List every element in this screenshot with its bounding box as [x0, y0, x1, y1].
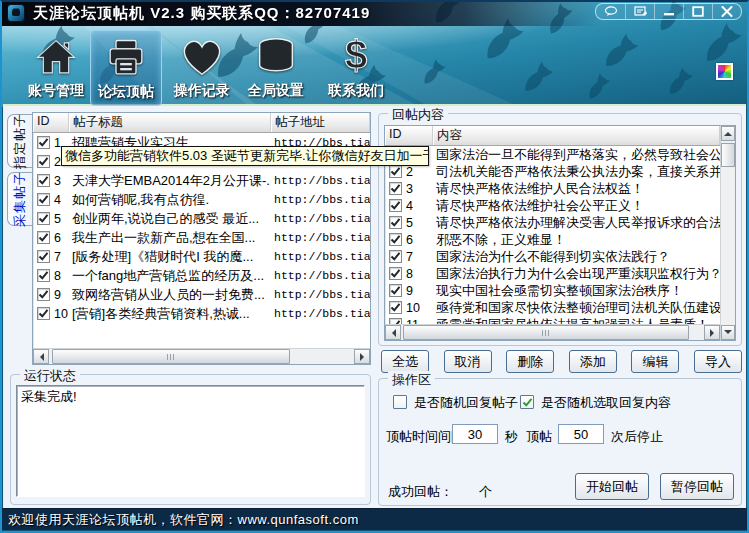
limit-label: 顶帖 [526, 428, 552, 446]
column-header-id[interactable]: ID [33, 113, 69, 132]
row-checkbox[interactable] [37, 155, 50, 168]
reply-vscrollbar [720, 125, 736, 341]
toolbar-button-2[interactable]: 论坛顶帖 [90, 30, 162, 106]
select-all-button[interactable]: 全选 [381, 350, 429, 373]
skin-icon[interactable] [625, 4, 654, 19]
run-status-log[interactable]: 采集完成! [16, 385, 365, 497]
row-checkbox[interactable] [389, 284, 402, 297]
scroll-thumb[interactable] [403, 325, 689, 340]
limit-input[interactable] [558, 424, 604, 444]
column-header-url[interactable]: 帖子地址 [271, 113, 370, 132]
post-row[interactable]: 10[营销]各类经典营销资料,热诚...http://bbs.tiany [33, 304, 370, 323]
close-icon[interactable] [712, 4, 741, 19]
row-checkbox[interactable] [37, 174, 50, 187]
posts-hscrollbar [33, 348, 370, 364]
post-row[interactable]: 7[版务处理]《猎财时代I 我的魔...http://bbs.tiany [33, 247, 370, 266]
reply-row[interactable]: 4请尽快严格依法维护社会公平正义！ [385, 197, 720, 214]
row-id: 11 [406, 318, 419, 325]
column-header-title[interactable]: 帖子标题 [69, 113, 271, 132]
row-checkbox[interactable] [389, 182, 402, 195]
row-checkbox[interactable] [37, 231, 50, 244]
row-id: 4 [406, 199, 413, 213]
reply-row[interactable]: 2司法机关能否严格依法秉公执法办案，直接关系并... [385, 163, 720, 180]
toolbar-button-3[interactable]: 操作记录 [166, 30, 238, 106]
pause-reply-button[interactable]: 暂停回帖 [660, 473, 734, 500]
posts-table-header: ID 帖子标题 帖子地址 [33, 113, 370, 133]
add-button[interactable]: 添加 [569, 350, 617, 373]
reply-content: 司法机关能否严格依法秉公执法办案，直接关系并... [433, 163, 720, 181]
import-button[interactable]: 导入 [694, 350, 742, 373]
row-id: 5 [406, 216, 413, 230]
row-checkbox[interactable] [389, 233, 402, 246]
scroll-thumb[interactable] [721, 143, 735, 167]
row-checkbox[interactable] [37, 193, 50, 206]
run-status-title: 运行状态 [20, 367, 80, 385]
interval-unit: 秒 [505, 428, 518, 446]
random-post-checkbox[interactable] [393, 395, 407, 409]
reply-row[interactable]: 3请尽快严格依法维护人民合法权益！ [385, 180, 720, 197]
row-checkbox[interactable] [389, 250, 402, 263]
post-row[interactable]: 9致网络营销从业人员的一封免费...http://bbs.tiany [33, 285, 370, 304]
post-url: http://bbs.tiany [271, 307, 370, 320]
edit-button[interactable]: 编辑 [631, 350, 679, 373]
reply-row[interactable]: 11亟需党和国家尽快依法提高加强司法人员素质！ [385, 316, 720, 324]
interval-input[interactable] [452, 424, 498, 444]
cancel-button[interactable]: 取消 [444, 350, 492, 373]
row-id: 5 [54, 212, 61, 226]
delete-button[interactable]: 删除 [506, 350, 554, 373]
random-content-checkbox[interactable] [520, 395, 534, 409]
side-tab-1[interactable]: 指定帖子 [7, 114, 32, 168]
row-checkbox[interactable] [389, 165, 402, 178]
post-row[interactable]: 6我生产出一款新产品,想在全国...http://bbs.tiany [33, 228, 370, 247]
palette-icon[interactable] [716, 63, 733, 80]
toolbar-button-1[interactable]: 账号管理 [20, 30, 92, 106]
scroll-right-icon[interactable] [354, 349, 370, 364]
reply-content: 国家法治执行力为什么会出现严重渎职监权行为？ [433, 265, 720, 283]
row-checkbox[interactable] [389, 301, 402, 314]
start-reply-button[interactable]: 开始回帖 [575, 473, 649, 500]
row-checkbox[interactable] [389, 199, 402, 212]
home-icon [35, 34, 77, 80]
scroll-left-icon[interactable] [385, 325, 401, 340]
reply-row[interactable]: 6邪恶不除，正义难显！ [385, 231, 720, 248]
row-checkbox[interactable] [37, 136, 50, 149]
operation-group: 操作区 是否随机回复帖子 是否随机选取回复内容 顶帖时间间隔 秒 顶帖 次后停止… [378, 378, 742, 506]
row-checkbox[interactable] [389, 216, 402, 229]
toolbar-button-5[interactable]: $联系我们 [320, 30, 392, 106]
toolbar-button-4[interactable]: 全局设置 [240, 30, 312, 106]
side-tab-2[interactable]: 采集帖子 [7, 172, 32, 226]
success-label: 成功回帖： [388, 483, 453, 501]
post-url: http://bbs.tiany [271, 269, 370, 282]
column-header-content[interactable]: 内容 [433, 126, 720, 145]
post-row[interactable]: 3天津大学EMBA2014年2月公开课-...http://bbs.tiany [33, 171, 370, 190]
reply-row[interactable]: 7国家法治为什么不能得到切实依法践行？ [385, 248, 720, 265]
row-checkbox[interactable] [389, 318, 402, 324]
reply-content: 亟待党和国家尽快依法整顿治理司法机关队伍建设！ [433, 299, 720, 317]
row-checkbox[interactable] [37, 307, 50, 320]
post-row[interactable]: 5创业两年,说说自己的感受 最近...http://bbs.tiany [33, 209, 370, 228]
row-checkbox[interactable] [37, 250, 50, 263]
reply-row[interactable]: 8国家法治执行力为什么会出现严重渎职监权行为？ [385, 265, 720, 282]
post-title: [版务处理]《猎财时代I 我的魔... [69, 248, 271, 266]
chat-icon[interactable] [596, 4, 625, 19]
post-row[interactable]: 8一个fang地产营销总监的经历及...http://bbs.tiany [33, 266, 370, 285]
scroll-down-icon[interactable] [721, 325, 735, 340]
reply-row[interactable]: 1国家法治一旦不能得到严格落实，必然导致社会公... [385, 146, 720, 163]
scroll-thumb[interactable] [52, 349, 290, 364]
toolbar: 账号管理论坛顶帖操作记录全局设置$联系我们 [0, 26, 749, 107]
row-checkbox[interactable] [37, 269, 50, 282]
row-checkbox[interactable] [37, 288, 50, 301]
reply-row[interactable]: 10亟待党和国家尽快依法整顿治理司法机关队伍建设！ [385, 299, 720, 316]
scroll-left-icon[interactable] [33, 349, 49, 364]
minimize-icon[interactable] [654, 4, 683, 19]
scroll-up-icon[interactable] [721, 126, 735, 141]
scroll-right-icon[interactable] [704, 325, 720, 340]
row-checkbox[interactable] [37, 212, 50, 225]
row-id: 10 [406, 301, 420, 315]
row-checkbox[interactable] [389, 267, 402, 280]
column-header-id[interactable]: ID [385, 126, 433, 145]
reply-row[interactable]: 9现实中国社会亟需切实整顿国家法治秩序！ [385, 282, 720, 299]
post-row[interactable]: 4如何营销呢,我有点彷徨.http://bbs.tiany [33, 190, 370, 209]
maximize-icon[interactable] [683, 4, 712, 19]
reply-row[interactable]: 5请尽快严格依法办理解决受害人民举报诉求的合法... [385, 214, 720, 231]
